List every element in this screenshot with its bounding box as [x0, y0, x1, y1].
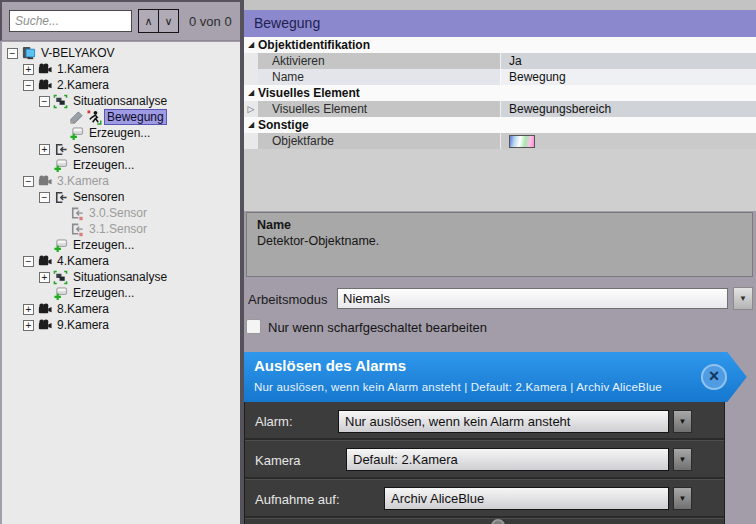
tree-item-v-belyakov[interactable]: −V-BELYAKOV — [2, 45, 240, 61]
tree-item-erzeugen[interactable]: Erzeugen... — [2, 285, 240, 301]
tree-item-label: Sensoren — [71, 142, 126, 156]
armed-only-checkbox[interactable] — [246, 319, 261, 334]
create-plus-icon — [69, 126, 85, 141]
tree-expander-plus[interactable]: + — [23, 304, 34, 315]
tree-expander-minus[interactable]: − — [39, 192, 50, 203]
alarm-rule-form: Alarm: Nur auslösen, wenn kein Alarm ans… — [244, 402, 725, 524]
description-text: Detektor-Objektname. — [257, 234, 742, 248]
property-row-aktivieren: AktivierenJa — [244, 53, 756, 69]
property-value[interactable]: Bewegung — [500, 69, 756, 85]
server-icon — [21, 46, 37, 61]
tree-expander-minus[interactable]: − — [7, 48, 18, 59]
create-plus-icon — [53, 238, 69, 253]
sensor-icon — [53, 190, 69, 205]
property-category-objektidentifikation[interactable]: ◢Objektidentifikation — [244, 37, 756, 53]
tree-item-situationsanalyse[interactable]: +Situationsanalyse — [2, 269, 240, 285]
tree-item-bewegung[interactable]: Bewegung — [2, 109, 240, 125]
armed-only-checkbox-label: Nur wenn scharfgeschaltet bearbeiten — [268, 320, 487, 335]
tree-expander-minus[interactable]: − — [39, 96, 50, 107]
object-tree: −V-BELYAKOV+1.Kamera−2.Kamera−Situations… — [2, 42, 240, 524]
search-prev-button[interactable]: ∧ — [138, 9, 159, 33]
tree-expander-plus[interactable]: + — [39, 144, 50, 155]
property-grid: ◢ObjektidentifikationAktivierenJaNameBew… — [244, 37, 756, 149]
tree-expander-plus[interactable]: + — [39, 272, 50, 283]
property-row-visuelles-element: ▷Visuelles ElementBewegungsbereich — [244, 101, 756, 117]
tree-item-label: 4.Kamera — [55, 254, 111, 268]
tree-item-9-kamera[interactable]: +9.Kamera — [2, 317, 240, 333]
property-value[interactable]: Bewegungsbereich — [500, 101, 756, 117]
tree-expander-plus[interactable]: + — [23, 320, 34, 331]
tree-item-sensoren[interactable]: +Sensoren — [2, 141, 240, 157]
category-label: Visuelles Element — [258, 85, 360, 101]
object-color-swatch[interactable] — [509, 135, 535, 148]
property-label: Aktivieren — [258, 53, 500, 69]
camera-icon — [37, 62, 53, 77]
property-value[interactable] — [500, 133, 756, 149]
property-row-objektfarbe: Objektfarbe — [244, 133, 756, 149]
alarm-field-label: Alarm: — [255, 403, 293, 440]
tree-item-1-kamera[interactable]: +1.Kamera — [2, 61, 240, 77]
tree-item-label: 3.0.Sensor — [87, 206, 149, 220]
workmode-combobox[interactable]: Niemals — [337, 288, 728, 309]
property-expand-icon[interactable]: ▷ — [244, 101, 258, 117]
camera-icon — [37, 254, 53, 269]
tree-item-3-1-sensor[interactable]: 3.1.Sensor — [2, 221, 240, 237]
property-gutter — [244, 53, 258, 69]
archive-combobox[interactable]: Archiv AliceBlue — [384, 487, 669, 510]
tree-expander-minus[interactable]: − — [23, 176, 34, 187]
tree-item-label: Sensoren — [71, 190, 126, 204]
top-strip — [244, 0, 756, 10]
alarm-form-next-row — [245, 518, 724, 524]
search-next-button[interactable]: ∨ — [158, 9, 179, 33]
category-collapse-icon[interactable]: ◢ — [244, 117, 258, 133]
tree-item-8-kamera[interactable]: +8.Kamera — [2, 301, 240, 317]
tree-item-label: Situationsanalyse — [71, 94, 169, 108]
workmode-dropdown-button[interactable]: ▼ — [733, 287, 753, 310]
alarm-condition-dropdown-button[interactable]: ▼ — [673, 410, 692, 433]
property-label: Name — [258, 69, 500, 85]
alarm-condition-combobox[interactable]: Nur auslösen, wenn kein Alarm ansteht — [338, 410, 669, 433]
tree-item-4-kamera[interactable]: −4.Kamera — [2, 253, 240, 269]
property-description-box: Name Detektor-Objektname. — [246, 212, 753, 277]
tree-item-label: 3.1.Sensor — [87, 222, 149, 236]
tree-item-label: V-BELYAKOV — [39, 46, 117, 60]
category-label: Sonstige — [258, 117, 309, 133]
camera-combobox[interactable]: Default: 2.Kamera — [346, 448, 669, 471]
tree-item-3-kamera[interactable]: −3.Kamera — [2, 173, 240, 189]
alarm-rule-title: Auslösen des Alarms — [254, 357, 406, 374]
tree-item-sensoren[interactable]: −Sensoren — [2, 189, 240, 205]
close-icon[interactable]: × — [701, 364, 727, 390]
tree-item-label: Erzeugen... — [87, 126, 152, 140]
property-label: Visuelles Element — [258, 101, 500, 117]
tree-item-label: 9.Kamera — [55, 318, 111, 332]
create-plus-icon — [53, 158, 69, 173]
selected-object-title: Bewegung — [244, 10, 756, 37]
tree-item-situationsanalyse[interactable]: −Situationsanalyse — [2, 93, 240, 109]
tree-expander-minus[interactable]: − — [23, 256, 34, 267]
app-window: ∧ ∨ 0 von 0 −V-BELYAKOV+1.Kamera−2.Kamer… — [0, 0, 756, 524]
property-grid-filler — [244, 149, 756, 211]
search-input[interactable] — [9, 10, 132, 32]
tree-item-erzeugen[interactable]: Erzeugen... — [2, 157, 240, 173]
property-value[interactable]: Ja — [500, 53, 756, 69]
category-collapse-icon[interactable]: ◢ — [244, 85, 258, 101]
archive-dropdown-button[interactable]: ▼ — [673, 487, 692, 510]
property-category-sonstige[interactable]: ◢Sonstige — [244, 117, 756, 133]
tree-item-label: 3.Kamera — [55, 174, 111, 188]
properties-panel: Bewegung ◢ObjektidentifikationAktivieren… — [244, 0, 756, 524]
tree-item-label: Situationsanalyse — [71, 270, 169, 284]
tree-item-3-0-sensor[interactable]: 3.0.Sensor — [2, 205, 240, 221]
category-collapse-icon[interactable]: ◢ — [244, 37, 258, 53]
tree-item-2-kamera[interactable]: −2.Kamera — [2, 77, 240, 93]
tree-item-label: Erzeugen... — [71, 286, 136, 300]
tree-item-erzeugen[interactable]: Erzeugen... — [2, 237, 240, 253]
sensor-icon — [69, 206, 85, 221]
tree-expander-plus[interactable]: + — [23, 64, 34, 75]
tree-item-label: 2.Kamera — [55, 78, 111, 92]
property-gutter — [244, 133, 258, 149]
tree-expander-minus[interactable]: − — [23, 80, 34, 91]
tree-item-erzeugen[interactable]: Erzeugen... — [2, 125, 240, 141]
situation-analysis-icon — [53, 270, 69, 285]
camera-dropdown-button[interactable]: ▼ — [673, 448, 692, 471]
property-category-visuelles-element[interactable]: ◢Visuelles Element — [244, 85, 756, 101]
